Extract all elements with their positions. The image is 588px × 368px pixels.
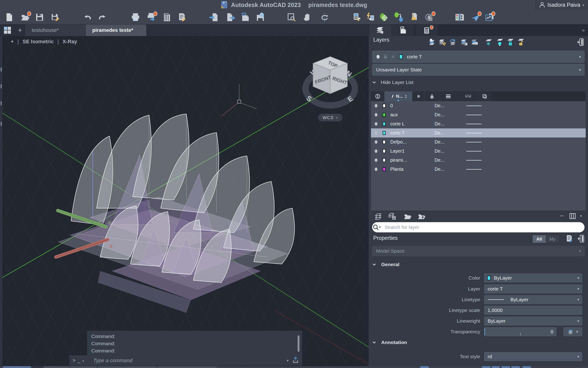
column-lineweight[interactable]: [439, 92, 458, 101]
export-button[interactable]: [226, 12, 236, 22]
layer-group-button[interactable]: [403, 212, 412, 221]
command-history-scrollbar[interactable]: [298, 335, 299, 352]
tab-references-palette[interactable]: [392, 24, 414, 36]
command-input[interactable]: Type a command: [87, 358, 287, 364]
column-lock[interactable]: [425, 92, 439, 101]
column-freeze[interactable]: ❄: [412, 92, 425, 101]
tab-layers-palette[interactable]: i: [369, 24, 391, 36]
layer-field[interactable]: corte T ▾: [484, 285, 582, 293]
tool-palettes-button[interactable]: [351, 12, 362, 22]
save-as-button[interactable]: [50, 12, 61, 22]
section-annotation[interactable]: Annotation: [372, 340, 407, 345]
viewport-menu-button[interactable]: +: [11, 39, 14, 45]
layer-row[interactable]: 0De...: [371, 101, 586, 110]
auto-hide-icon[interactable]: [578, 234, 585, 243]
layer-row[interactable]: corte TDe...: [371, 129, 586, 138]
layer-off-icon[interactable]: [495, 38, 504, 46]
pan-button[interactable]: [302, 12, 313, 22]
layer-freeze-icon[interactable]: ❄: [484, 38, 493, 46]
tab-count-palette[interactable]: [416, 24, 438, 36]
new-tab-button[interactable]: +: [15, 24, 25, 36]
compare-drawings-button[interactable]: [455, 12, 465, 22]
batch-plot-button[interactable]: [162, 12, 172, 22]
layer-lock-icon[interactable]: [506, 38, 514, 46]
section-general[interactable]: General: [372, 262, 399, 267]
command-history[interactable]: Command: Command: Command:: [87, 331, 302, 355]
orbit-button[interactable]: [320, 12, 330, 22]
save-button[interactable]: [34, 12, 45, 22]
recent-commands-caret-icon[interactable]: ▾: [287, 359, 289, 363]
hide-layer-list-toggle[interactable]: Hide Layer List: [372, 80, 413, 85]
filter-all-button[interactable]: All: [532, 235, 546, 243]
tab-piramedes-teste[interactable]: piramedes teste*: [86, 24, 146, 36]
undo-button[interactable]: [82, 12, 93, 22]
ungroup-button[interactable]: [394, 12, 404, 22]
new-file-button[interactable]: [4, 12, 14, 22]
column-transparency[interactable]: [479, 92, 491, 101]
layer-row[interactable]: pirami...De...: [371, 156, 586, 165]
page-setup-button[interactable]: [177, 12, 188, 22]
auto-hide-icon[interactable]: [577, 38, 585, 46]
layer-row[interactable]: corte LDe...: [371, 119, 586, 129]
group-button[interactable]: [379, 12, 389, 22]
lineweight-field[interactable]: ByLayer ▾: [484, 317, 582, 325]
column-on[interactable]: [371, 92, 384, 101]
collapse-list-button[interactable]: –: [560, 212, 563, 219]
performance-button[interactable]: [484, 12, 495, 22]
dropdown-caret-icon: ▾: [577, 276, 582, 280]
layer-previous-icon[interactable]: [449, 38, 457, 46]
share-command-icon[interactable]: [292, 357, 299, 365]
command-history-line: Command:: [91, 340, 302, 347]
panel-collapse-button[interactable]: »: [582, 27, 585, 33]
layer-row[interactable]: auxDe...: [371, 110, 586, 119]
import-button[interactable]: [209, 12, 219, 22]
layer-unlock-icon[interactable]: [516, 38, 525, 46]
visual-style-control[interactable]: X-Ray: [63, 39, 77, 45]
layer-row[interactable]: Defpo...De...: [371, 138, 586, 147]
layer-unisolate-icon[interactable]: [470, 38, 479, 46]
save-web-button[interactable]: [255, 12, 266, 22]
layer-properties-icon[interactable]: [428, 38, 437, 46]
zoom-window-button[interactable]: [286, 12, 296, 22]
current-layer-dropdown[interactable]: ❄ corte T ▾: [372, 51, 585, 63]
purge-button[interactable]: [408, 12, 418, 22]
layer-state-dropdown[interactable]: Unsaved Layer State ▾: [372, 64, 585, 76]
print-button[interactable]: [130, 12, 141, 22]
command-prompt[interactable]: > _ ▾: [69, 358, 87, 363]
layer-filter-button[interactable]: [417, 212, 426, 221]
quick-select-button[interactable]: [365, 12, 375, 22]
user-menu[interactable]: Isadora Paiva ▾: [536, 0, 588, 10]
wcs-dropdown[interactable]: WCS ▿: [318, 114, 342, 121]
layer-states-button[interactable]: [388, 212, 397, 221]
text-style-field[interactable]: rd ▾: [484, 352, 582, 361]
filter-my-button[interactable]: My: [546, 235, 559, 243]
selection-dropdown[interactable]: Model Space ▾: [372, 246, 585, 256]
tab-overview-icon[interactable]: [0, 24, 15, 36]
plot-button[interactable]: [146, 12, 157, 22]
share-button[interactable]: [471, 12, 481, 22]
attach-button[interactable]: [240, 12, 251, 22]
columns-settings-button[interactable]: [569, 212, 577, 221]
layer-isolate-icon[interactable]: [460, 38, 468, 46]
count-button[interactable]: #: [425, 12, 435, 22]
column-linetype[interactable]: [458, 92, 479, 101]
collapsed-palette-strip[interactable]: [0, 36, 2, 368]
layer-tools-icon[interactable]: [438, 38, 446, 46]
columns-caret-icon[interactable]: ▾: [580, 214, 582, 218]
open-file-button[interactable]: [20, 12, 30, 22]
color-field[interactable]: ByLayer ▾: [484, 274, 582, 282]
transparency-options-button[interactable]: ▾: [564, 327, 582, 336]
linetype-field[interactable]: ByLayer ▾: [484, 295, 582, 304]
column-name-sorted[interactable]: N... ▴▾ ▲: [384, 92, 412, 101]
model-viewport[interactable]: Y X W N S E: [0, 36, 369, 368]
transparency-field[interactable]: 0: [484, 327, 556, 336]
tab-testuhouse[interactable]: testuhouse*: [25, 24, 86, 36]
new-layer-button[interactable]: [374, 212, 383, 221]
view-control[interactable]: SE Isometric: [23, 39, 54, 45]
linetype-scale-field[interactable]: 1.0000: [484, 306, 582, 315]
layer-row[interactable]: PlantaDe...: [371, 165, 586, 174]
layer-search[interactable]: Search for layer: [372, 222, 585, 232]
redo-button[interactable]: [97, 12, 107, 22]
customize-properties-icon[interactable]: [565, 234, 573, 243]
layer-row[interactable]: Layer1De...: [371, 147, 586, 156]
